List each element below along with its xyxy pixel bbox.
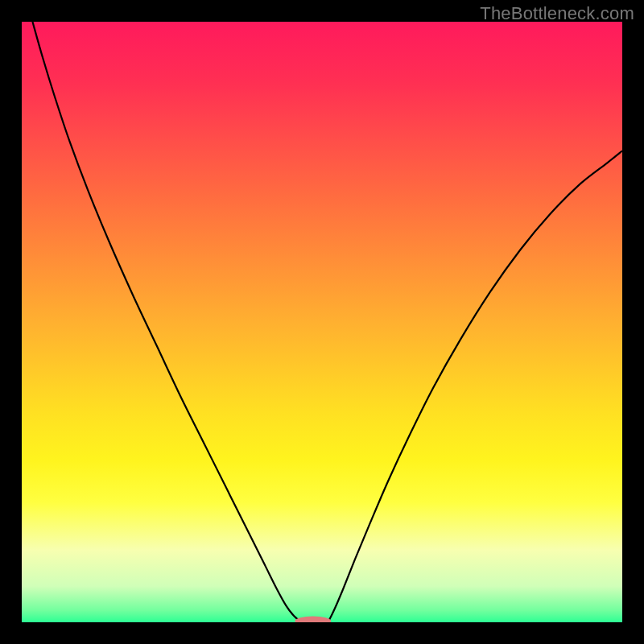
outer-frame: TheBottleneck.com xyxy=(0,0,644,644)
chart-background xyxy=(22,22,622,622)
watermark-text: TheBottleneck.com xyxy=(480,3,634,24)
bottleneck-chart xyxy=(22,22,622,622)
